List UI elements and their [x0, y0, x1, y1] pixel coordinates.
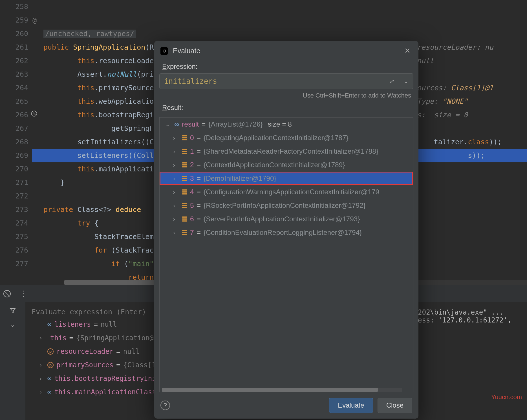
- mute-breakpoints-icon[interactable]: [3, 290, 11, 297]
- result-item[interactable]: ›5 = {RSocketPortInfoApplicationContextI…: [160, 199, 413, 212]
- result-label: Result:: [154, 99, 418, 114]
- line-number: 263: [0, 68, 28, 81]
- filter-icon[interactable]: [9, 307, 16, 314]
- close-button[interactable]: Close: [378, 398, 412, 413]
- chevron-right-icon[interactable]: ›: [173, 216, 179, 222]
- result-hscrollbar[interactable]: [162, 388, 402, 392]
- item-value: {ContextIdApplicationContextInitializer@…: [204, 161, 345, 169]
- item-index: 5: [190, 202, 194, 209]
- chevron-right-icon[interactable]: ›: [173, 148, 179, 155]
- item-index: 3: [190, 174, 194, 182]
- line-number: 268: [0, 135, 28, 149]
- line-number: 277: [0, 257, 28, 271]
- result-tree[interactable]: ⌄ ∞ result = {ArrayList@1726} size = 8 ›…: [159, 117, 413, 392]
- variable-value: null: [101, 320, 117, 328]
- more-icon[interactable]: ⋮: [20, 290, 28, 298]
- line-number: 260: [0, 27, 28, 41]
- item-value: {DemoInitializer@1790}: [204, 174, 276, 182]
- item-value: {ConditionEvaluationReportLoggingListene…: [204, 229, 362, 236]
- gutter: 258259@260261262263264265266267268269270…: [0, 0, 32, 285]
- variable-name: this.mainApplicationClass: [54, 388, 156, 396]
- chevron-down-icon[interactable]: ⌄: [165, 121, 171, 128]
- intellij-icon: IJ: [160, 47, 168, 55]
- chevron-right-icon[interactable]: ›: [173, 229, 179, 236]
- list-icon: [182, 216, 187, 222]
- evaluate-button[interactable]: Evaluate: [329, 398, 373, 413]
- line-number: 262: [0, 54, 28, 68]
- infinity-icon: ∞: [47, 389, 51, 395]
- code-line[interactable]: /unchecked, rawtypes/: [32, 27, 527, 41]
- item-value: {ServerPortInfoApplicationContextInitial…: [204, 215, 360, 223]
- dialog-title: Evaluate: [173, 47, 200, 55]
- result-item[interactable]: ›1 = {SharedMetadataReaderFactoryContext…: [160, 145, 413, 158]
- expression-input[interactable]: initializers ⤢: [159, 73, 399, 89]
- variable-value: {SpringApplication@1: [76, 334, 158, 342]
- console-line: 202\bin\java.exe" ...: [418, 308, 524, 316]
- result-item[interactable]: ›0 = {DelegatingApplicationContextInitia…: [160, 131, 413, 145]
- expand-icon[interactable]: ⤢: [389, 78, 394, 85]
- line-number: 275: [0, 230, 28, 244]
- help-icon[interactable]: ?: [160, 401, 170, 410]
- list-icon: [182, 203, 187, 208]
- item-value: {RSocketPortInfoApplicationContextInitia…: [204, 202, 366, 209]
- chevron-right-icon[interactable]: ›: [173, 175, 179, 182]
- result-item[interactable]: ›6 = {ServerPortInfoApplicationContextIn…: [160, 212, 413, 226]
- variable-name: primarySources: [56, 361, 113, 369]
- line-number: 270: [0, 162, 28, 176]
- line-number: 258: [0, 0, 28, 14]
- expression-label: Expression:: [154, 58, 418, 73]
- item-value: {ConfigurationWarningsApplicationContext…: [204, 188, 379, 196]
- chevron-right-icon[interactable]: ›: [173, 202, 179, 209]
- chevron-right-icon[interactable]: ›: [39, 389, 45, 395]
- chevron-right-icon[interactable]: ›: [173, 162, 179, 168]
- console-line: ess: '127.0.0.1:61272',: [418, 316, 524, 324]
- item-index: 2: [190, 161, 194, 169]
- hint-text: Use Ctrl+Shift+Enter to add to Watches: [154, 89, 418, 99]
- item-value: {DelegatingApplicationContextInitializer…: [204, 134, 349, 142]
- item-index: 1: [190, 147, 194, 155]
- parameter-icon: p: [47, 362, 54, 368]
- watermark: Yuucn.com: [491, 394, 522, 401]
- result-root[interactable]: ⌄ ∞ result = {ArrayList@1726} size = 8: [160, 118, 413, 131]
- result-item[interactable]: ›7 = {ConditionEvaluationReportLoggingLi…: [160, 226, 413, 239]
- infinity-icon: ∞: [174, 120, 179, 128]
- chevron-right-icon[interactable]: ›: [39, 335, 45, 341]
- parameter-icon: p: [47, 348, 54, 355]
- result-item[interactable]: ›3 = {DemoInitializer@1790}: [160, 172, 413, 185]
- chevron-right-icon[interactable]: ›: [39, 362, 45, 368]
- line-number: 271: [0, 176, 28, 189]
- evaluate-dialog: IJ Evaluate ✕ Expression: initializers ⤢…: [154, 41, 418, 419]
- line-number: 267: [0, 122, 28, 135]
- result-item[interactable]: ›4 = {ConfigurationWarningsApplicationCo…: [160, 185, 413, 199]
- line-number: 276: [0, 244, 28, 257]
- dialog-footer: ? Evaluate Close: [154, 392, 418, 419]
- item-index: 7: [190, 229, 194, 236]
- list-icon: [182, 149, 187, 154]
- item-index: 4: [190, 188, 194, 196]
- debug-sidebar: ⌄: [0, 302, 25, 420]
- chevron-right-icon[interactable]: ›: [173, 189, 179, 195]
- line-number: 264: [0, 81, 28, 95]
- variable-value: null: [123, 348, 140, 355]
- list-icon: [182, 162, 187, 167]
- expression-history-dropdown[interactable]: ⌄: [399, 73, 413, 89]
- line-number: 266: [0, 108, 28, 122]
- list-icon: [182, 135, 187, 140]
- chevron-right-icon[interactable]: ›: [173, 135, 179, 141]
- line-number: 261: [0, 41, 28, 54]
- line-number: 272: [0, 189, 28, 203]
- line-number: 259@: [0, 14, 28, 27]
- list-icon: [182, 189, 187, 194]
- variable-name: this: [50, 334, 67, 342]
- item-index: 6: [190, 215, 194, 223]
- chevron-right-icon[interactable]: ›: [39, 375, 45, 382]
- dialog-titlebar: IJ Evaluate ✕: [154, 41, 418, 58]
- chevron-down-icon[interactable]: ⌄: [11, 321, 14, 328]
- close-icon[interactable]: ✕: [404, 47, 411, 55]
- infinity-icon: ∞: [47, 375, 51, 382]
- list-icon: [182, 230, 187, 235]
- result-item[interactable]: ›2 = {ContextIdApplicationContextInitial…: [160, 158, 413, 172]
- infinity-icon: ∞: [47, 321, 51, 328]
- variable-name: resourceLoader: [56, 348, 113, 355]
- list-icon: [182, 176, 187, 181]
